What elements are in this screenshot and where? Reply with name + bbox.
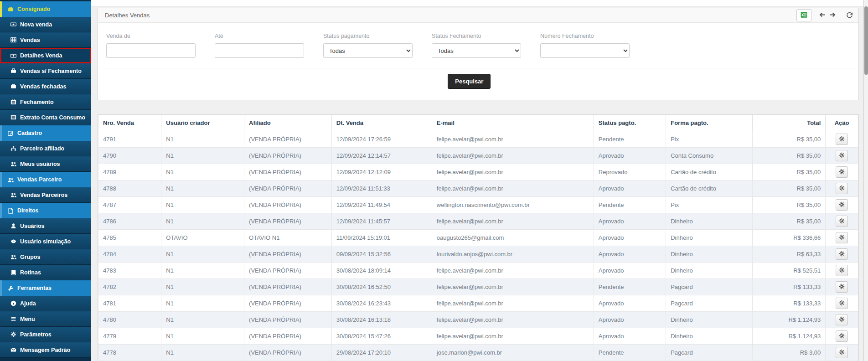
cell-dt-venda: 30/08/2024 16:13:18 (331, 312, 432, 328)
cell-usuario: N1 (161, 164, 244, 180)
bars-icon (10, 316, 16, 322)
sidebar-item[interactable]: Usuários (0, 218, 91, 234)
sidebar-item[interactable]: Direitos (0, 203, 91, 218)
cell-total: R$ 35,00 (753, 164, 826, 180)
calendar-icon (10, 99, 16, 105)
sidebar-item-label: Ferramentas (17, 285, 52, 291)
cell-forma: Cartão de crédito (666, 164, 753, 180)
sidebar-item[interactable]: Detalhes Venda (0, 48, 91, 63)
cell-usuario: N1 (161, 328, 244, 345)
cell-forma: Pagcard (666, 295, 753, 312)
sidebar-item[interactable]: Mensagem Padrão (0, 342, 91, 358)
cell-nro-venda: 4778 (98, 345, 161, 361)
cell-afiliado: (VENDA PRÓPRIA) (244, 131, 332, 148)
row-action-button[interactable] (836, 166, 848, 178)
cell-forma: Pix (666, 197, 753, 213)
row-action-button[interactable] (836, 347, 848, 358)
sidebar-item[interactable]: Cadastro (0, 125, 91, 141)
gear-icon (839, 234, 845, 242)
cell-email: felipe.avelar@pwi.com.br (432, 312, 594, 328)
cell-nro-venda: 4781 (98, 295, 161, 312)
users-icon (10, 192, 16, 198)
cell-forma: Dinheiro (666, 328, 753, 345)
cell-forma: Dinheiro (666, 312, 753, 328)
row-action-button[interactable] (836, 314, 848, 325)
sidebar-item[interactable]: Vendas Parceiro (0, 172, 91, 187)
column-header: Ação (826, 115, 858, 131)
sidebar-item[interactable]: Vendas s/ Fechamento (0, 63, 91, 79)
sidebar-item[interactable]: Meus usuários (0, 156, 91, 172)
cell-dt-venda: 30/08/2024 16:23:43 (331, 295, 432, 312)
sidebar-item-label: Consignado (17, 6, 50, 12)
filter-select[interactable] (540, 43, 630, 58)
sidebar-item[interactable]: Vendas Parceiros (0, 187, 91, 203)
cell-total: R$ 3,00 (753, 345, 826, 361)
row-action-button[interactable] (836, 150, 848, 161)
sidebar-item[interactable]: Usuário simulação (0, 234, 91, 249)
filter-select[interactable]: Todas (432, 43, 521, 58)
page-scrollbar[interactable] (863, 0, 868, 361)
list-icon (10, 114, 16, 120)
row-action-button[interactable] (836, 134, 848, 145)
sidebar-item[interactable]: Vendas fechadas (0, 79, 91, 94)
search-button[interactable]: Pesquisar (448, 74, 491, 89)
column-header: Total (753, 115, 826, 131)
cell-afiliado: (VENDA PRÓPRIA) (244, 345, 332, 361)
sidebar-item[interactable]: Vendas (0, 32, 91, 48)
row-action-button[interactable] (836, 248, 848, 260)
row-action-button[interactable] (836, 183, 848, 194)
sidebar-item[interactable]: Ajuda (0, 296, 91, 311)
cell-usuario: N1 (161, 148, 244, 164)
cell-forma: Dinheiro (666, 246, 753, 263)
cell-forma: Pagcard (666, 345, 753, 361)
sidebar-item-label: Parceiro afiliado (20, 145, 64, 152)
sidebar-item[interactable]: Ferramentas (0, 280, 91, 296)
filter-input[interactable] (106, 43, 196, 58)
cell-afiliado: (VENDA PRÓPRIA) (244, 295, 332, 312)
refresh-button[interactable] (846, 11, 853, 20)
sidebar-item[interactable]: Parâmetros (0, 327, 91, 342)
sidebar-item[interactable]: Rotinas (0, 265, 91, 280)
eye-icon (10, 238, 16, 244)
row-action-button[interactable] (836, 232, 848, 243)
nav-forward-button[interactable] (829, 11, 836, 20)
sidebar-item[interactable]: Nova venda (0, 17, 91, 32)
cell-usuario: N1 (161, 197, 244, 213)
filter-group: Até (215, 33, 304, 58)
cell-afiliado: (VENDA PRÓPRIA) (244, 246, 332, 263)
cell-nro-venda: 4785 (98, 230, 161, 246)
filter-select[interactable]: Todas (323, 43, 413, 58)
sidebar-item[interactable]: Fechamento (0, 94, 91, 110)
cell-status: Aprovado (594, 148, 666, 164)
filter-input[interactable] (215, 43, 304, 58)
cell-nro-venda: 4789 (98, 164, 161, 180)
cell-total: R$ 35,00 (753, 131, 826, 148)
arrow-left-icon (819, 11, 826, 20)
export-excel-button[interactable] (796, 9, 811, 21)
column-header: Usuário criador (161, 115, 244, 131)
row-action-button[interactable] (836, 216, 848, 227)
cell-forma: Dinheiro (666, 263, 753, 279)
row-action-button[interactable] (836, 199, 848, 211)
row-action-button[interactable] (836, 265, 848, 276)
cell-email: wellington.nascimento@pwi.com.br (432, 197, 594, 213)
cell-total: R$ 336,66 (753, 230, 826, 246)
filter-label: Número Fechamento (540, 33, 630, 39)
cell-dt-venda: 12/09/2024 17:26:59 (331, 131, 432, 148)
sidebar-item[interactable]: Grupos (0, 249, 91, 265)
nav-back-button[interactable] (819, 11, 826, 20)
cell-email: felipe.avelar@pwi.com.br (432, 263, 594, 279)
cell-forma: Pagcard (666, 279, 753, 295)
sidebar-item[interactable]: Extrato Conta Consumo (0, 110, 91, 125)
cell-total: R$ 133,33 (753, 295, 826, 312)
scrollbar-thumb[interactable] (864, 6, 868, 75)
row-action-button[interactable] (836, 281, 848, 293)
sidebar-item-label: Vendas Parceiros (20, 192, 67, 198)
row-action-button[interactable] (836, 330, 848, 342)
cell-email: felipe.avelar@pwi.com.br (432, 279, 594, 295)
row-action-button[interactable] (836, 298, 848, 309)
cell-nro-venda: 4784 (98, 246, 161, 263)
sidebar-item[interactable]: Parceiro afiliado (0, 141, 91, 156)
sidebar-item[interactable]: Menu (0, 311, 91, 327)
sidebar-item[interactable]: Consignado (0, 1, 91, 17)
